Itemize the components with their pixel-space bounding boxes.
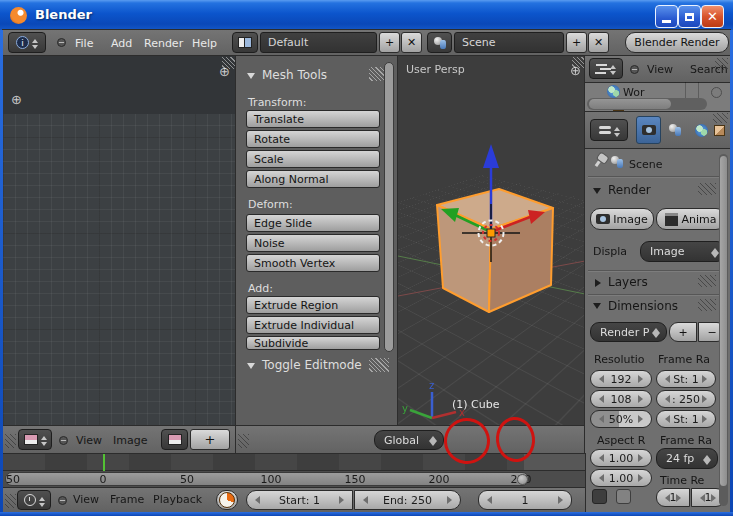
menu-image[interactable]: Image [113, 434, 147, 447]
frame-start-field[interactable]: Start: 1 [246, 490, 353, 510]
extrude-individual-button[interactable]: Extrude Individual [246, 316, 380, 334]
add-layout-button[interactable]: + [379, 32, 400, 53]
crop-checkbox[interactable] [616, 489, 631, 504]
menu-frame[interactable]: Frame [110, 493, 144, 506]
tab-world[interactable] [689, 118, 713, 142]
area-corner-grip[interactable] [5, 494, 16, 508]
collapse-triangle-icon[interactable] [247, 73, 255, 79]
scrollbar-zoom-knob[interactable] [517, 474, 528, 485]
delete-scene-button[interactable]: ✕ [588, 32, 609, 53]
scene-browse-button[interactable] [427, 32, 452, 53]
menu-collapse-icon[interactable] [630, 65, 639, 74]
minimize-button[interactable] [655, 5, 678, 28]
panel-title-dimensions[interactable]: Dimensions [608, 299, 678, 313]
edge-slide-button[interactable]: Edge Slide [246, 214, 380, 232]
tab-scene[interactable] [663, 118, 687, 142]
area-corner-grip[interactable] [222, 57, 235, 69]
border-checkbox[interactable] [592, 489, 607, 504]
render-animation-button[interactable]: Anima [656, 208, 726, 230]
pin-icon[interactable] [595, 158, 603, 167]
aspect-y-stepper[interactable]: 1.00 [590, 469, 652, 487]
panel-title-mesh-tools[interactable]: Mesh Tools [262, 68, 327, 82]
menu-view[interactable]: View [76, 434, 102, 447]
new-image-button[interactable]: + [190, 429, 230, 450]
preview-range-button[interactable] [216, 490, 238, 510]
editor-type-button-image[interactable] [18, 429, 52, 450]
resolution-percentage-slider[interactable]: 50% [590, 410, 652, 428]
close-button[interactable]: ✕ [701, 5, 724, 28]
properties-scrollbar[interactable] [719, 154, 728, 506]
menu-view[interactable]: View [647, 63, 673, 76]
panel-drag-grip[interactable] [698, 299, 716, 311]
editor-type-button-properties[interactable] [590, 119, 628, 141]
menu-collapse-icon[interactable] [57, 38, 66, 47]
scale-button[interactable]: Scale [246, 150, 380, 168]
tab-render[interactable] [636, 116, 661, 144]
area-corner-grip[interactable] [715, 58, 728, 70]
editor-type-button-outliner[interactable] [589, 58, 623, 79]
restrict-toggle-icon[interactable] [711, 87, 722, 98]
area-corner-grip[interactable] [713, 113, 728, 123]
panel-drag-grip[interactable] [698, 275, 716, 287]
collapse-triangle-icon[interactable] [595, 279, 601, 287]
editor-type-button-timeline[interactable] [17, 490, 51, 510]
current-frame-indicator[interactable] [103, 454, 105, 471]
preset-add-button[interactable]: + [669, 322, 697, 342]
collapse-triangle-icon[interactable] [593, 188, 601, 194]
extrude-region-button[interactable]: Extrude Region [246, 296, 380, 314]
translate-button[interactable]: Translate [246, 110, 380, 128]
panel-drag-grip[interactable] [369, 358, 389, 372]
resolution-y-stepper[interactable]: 108 [590, 390, 652, 408]
outliner-scrollbar[interactable] [587, 98, 707, 110]
collapse-triangle-icon[interactable] [593, 303, 601, 309]
region-expand-icon[interactable]: ⊕ [11, 93, 22, 106]
cube-object[interactable] [437, 189, 553, 312]
current-frame-field[interactable]: 1 [478, 490, 572, 510]
screen-layout-name-field[interactable]: Default [260, 32, 377, 53]
collapse-triangle-icon[interactable] [247, 363, 255, 369]
menu-render[interactable]: Render [144, 37, 183, 50]
panel-title-render[interactable]: Render [608, 183, 651, 197]
render-image-button[interactable]: Image [590, 208, 654, 230]
render-engine-select[interactable]: Blender Render [625, 32, 729, 53]
panel-title-toggle-editmode[interactable]: Toggle Editmode [262, 358, 362, 372]
orientation-dropdown[interactable]: Global [374, 430, 444, 450]
along-normal-button[interactable]: Along Normal [246, 170, 380, 188]
area-corner-grip[interactable] [5, 434, 16, 448]
area-corner-grip[interactable] [238, 434, 249, 448]
viewport-3d[interactable]: y z x User Persp ⊕ (1) Cube [398, 56, 585, 426]
menu-file[interactable]: File [75, 37, 93, 50]
rotate-button[interactable]: Rotate [246, 130, 380, 148]
tool-shelf-scrollbar[interactable] [384, 62, 394, 352]
time-remap-old-stepper[interactable]: 1 [656, 488, 690, 507]
maximize-button[interactable] [678, 5, 701, 28]
resolution-x-stepper[interactable]: 192 [590, 370, 652, 388]
frame-end-stepper[interactable]: : 250 [656, 390, 716, 408]
noise-button[interactable]: Noise [246, 234, 380, 252]
panel-title-layers[interactable]: Layers [608, 275, 648, 289]
scene-name-field[interactable]: Scene [454, 32, 564, 53]
subdivide-button[interactable]: Subdivide [246, 336, 380, 350]
frame-start-stepper[interactable]: St: 1 [656, 370, 716, 388]
panel-drag-grip[interactable] [698, 183, 716, 195]
delete-layout-button[interactable]: ✕ [401, 32, 422, 53]
render-presets-dropdown[interactable]: Render P [590, 322, 667, 342]
menu-help[interactable]: Help [192, 37, 217, 50]
timeline-track[interactable] [3, 454, 585, 471]
screen-layout-button[interactable] [232, 32, 258, 53]
fps-dropdown[interactable]: 24 fp [656, 448, 718, 469]
frame-end-field[interactable]: End: 250 [354, 490, 461, 510]
area-corner-grip[interactable] [572, 57, 584, 68]
smooth-vertex-button[interactable]: Smooth Vertex [246, 254, 380, 272]
menu-collapse-icon[interactable] [58, 496, 67, 505]
add-scene-button[interactable]: + [566, 32, 587, 53]
image-editor-area[interactable]: ⊕ ⊕ [3, 56, 236, 426]
breadcrumb-scene[interactable]: Scene [629, 158, 663, 171]
aspect-x-stepper[interactable]: 1.00 [590, 449, 652, 467]
frame-step-stepper[interactable]: St: 1 [656, 410, 716, 428]
display-dropdown[interactable]: Image [640, 241, 726, 262]
menu-add[interactable]: Add [111, 37, 132, 50]
menu-playback[interactable]: Playback [153, 493, 202, 506]
menu-collapse-icon[interactable] [59, 436, 68, 445]
menu-view[interactable]: View [73, 493, 99, 506]
